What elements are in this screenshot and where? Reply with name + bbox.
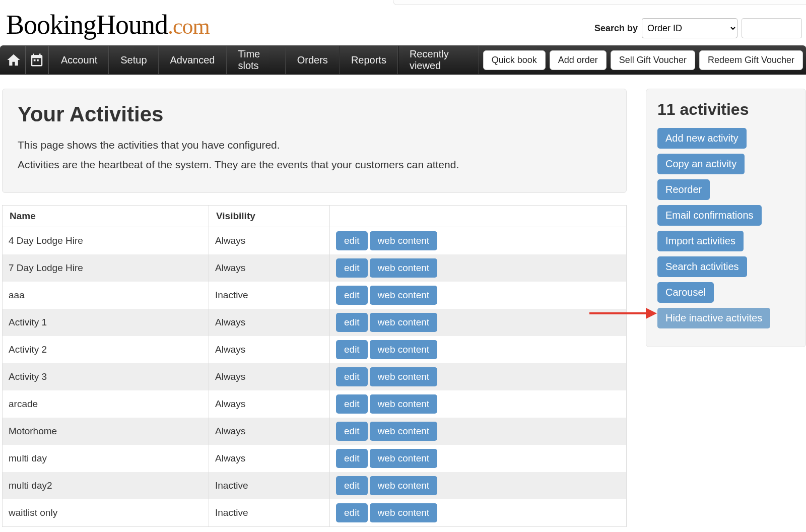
- cell-actions: editweb content: [330, 309, 627, 336]
- main-nav: AccountSetupAdvancedTime slotsOrdersRepo…: [0, 45, 806, 75]
- web-content-button[interactable]: web content: [370, 313, 437, 332]
- cell-actions: editweb content: [330, 418, 627, 445]
- cell-actions: editweb content: [330, 499, 627, 527]
- web-content-button[interactable]: web content: [370, 449, 437, 468]
- table-row: Activity 2Alwayseditweb content: [3, 336, 627, 363]
- page-desc-2: Activities are the heartbeat of the syst…: [18, 157, 611, 172]
- cell-actions: editweb content: [330, 472, 627, 499]
- search-bar: Search by Order ID: [594, 18, 802, 40]
- nav-item-advanced[interactable]: Advanced: [159, 46, 227, 74]
- nav-action-quick-book[interactable]: Quick book: [483, 50, 546, 70]
- nav-item-orders[interactable]: Orders: [286, 46, 340, 74]
- nav-action-redeem-gift-voucher[interactable]: Redeem Gift Voucher: [699, 50, 803, 70]
- edit-button[interactable]: edit: [336, 476, 368, 495]
- table-row: arcadeAlwayseditweb content: [3, 390, 627, 418]
- cell-visibility: Always: [209, 363, 330, 390]
- cell-name: Activity 2: [3, 336, 209, 363]
- nav-item-recently-viewed[interactable]: Recently viewed: [398, 46, 479, 74]
- activities-table: Name Visibility 4 Day Lodge HireAlwaysed…: [2, 205, 627, 527]
- web-content-button[interactable]: web content: [370, 394, 437, 414]
- side-btn-copy-an-activity[interactable]: Copy an activity: [657, 154, 745, 174]
- logo-brand: BookingHound: [6, 10, 168, 40]
- cell-actions: editweb content: [330, 282, 627, 309]
- cell-actions: editweb content: [330, 363, 627, 390]
- cell-visibility: Always: [209, 445, 330, 472]
- cell-visibility: Always: [209, 390, 330, 418]
- cell-visibility: Always: [209, 418, 330, 445]
- edit-button[interactable]: edit: [336, 503, 368, 522]
- content: Your Activities This page shows the acti…: [0, 75, 806, 527]
- web-content-button[interactable]: web content: [370, 258, 437, 278]
- cell-name: 4 Day Lodge Hire: [3, 227, 209, 254]
- web-content-button[interactable]: web content: [370, 367, 437, 386]
- edit-button[interactable]: edit: [336, 422, 368, 441]
- intro-panel: Your Activities This page shows the acti…: [2, 89, 627, 193]
- table-header-row: Name Visibility: [3, 205, 627, 227]
- nav-action-sell-gift-voucher[interactable]: Sell Gift Voucher: [611, 50, 695, 70]
- cell-name: arcade: [3, 390, 209, 418]
- edit-button[interactable]: edit: [336, 367, 368, 386]
- cell-actions: editweb content: [330, 336, 627, 363]
- cell-name: Activity 3: [3, 363, 209, 390]
- side-btn-email-confirmations[interactable]: Email confirmations: [657, 205, 762, 226]
- nav-item-setup[interactable]: Setup: [109, 46, 158, 74]
- web-content-button[interactable]: web content: [370, 286, 437, 305]
- search-input[interactable]: [742, 18, 802, 38]
- cell-name: 7 Day Lodge Hire: [3, 254, 209, 282]
- cell-actions: editweb content: [330, 390, 627, 418]
- cell-actions: editweb content: [330, 254, 627, 282]
- web-content-button[interactable]: web content: [370, 422, 437, 441]
- cell-name: Motorhome: [3, 418, 209, 445]
- edit-button[interactable]: edit: [336, 394, 368, 414]
- nav-item-account[interactable]: Account: [50, 46, 109, 74]
- top-shelf: [393, 0, 806, 5]
- col-header-visibility: Visibility: [209, 205, 330, 227]
- side-panel: 11 activities Add new activityCopy an ac…: [646, 89, 806, 347]
- web-content-button[interactable]: web content: [370, 503, 437, 522]
- search-by-select[interactable]: Order ID: [642, 18, 737, 38]
- table-row: Activity 3Alwayseditweb content: [3, 363, 627, 390]
- edit-button[interactable]: edit: [336, 231, 368, 250]
- search-label: Search by: [594, 23, 638, 34]
- table-row: 7 Day Lodge HireAlwayseditweb content: [3, 254, 627, 282]
- side-btn-reorder[interactable]: Reorder: [657, 179, 710, 200]
- table-row: multi dayAlwayseditweb content: [3, 445, 627, 472]
- table-row: multi day2Inactiveeditweb content: [3, 472, 627, 499]
- calendar-icon[interactable]: [27, 49, 48, 71]
- side-heading: 11 activities: [657, 100, 794, 119]
- side-btn-hide-inactive-activites[interactable]: Hide inactive activites: [657, 308, 770, 328]
- col-header-actions: [330, 205, 627, 227]
- nav-item-time-slots[interactable]: Time slots: [227, 46, 286, 74]
- nav-item-reports[interactable]: Reports: [340, 46, 398, 74]
- web-content-button[interactable]: web content: [370, 476, 437, 495]
- logo-suffix: .com: [168, 14, 210, 39]
- side-btn-import-activities[interactable]: Import activities: [657, 231, 744, 251]
- page-title: Your Activities: [18, 102, 611, 126]
- table-row: 4 Day Lodge HireAlwayseditweb content: [3, 227, 627, 254]
- nav-action-add-order[interactable]: Add order: [550, 50, 607, 70]
- cell-visibility: Inactive: [209, 472, 330, 499]
- side-btn-add-new-activity[interactable]: Add new activity: [657, 128, 747, 149]
- edit-button[interactable]: edit: [336, 258, 368, 278]
- main-column: Your Activities This page shows the acti…: [2, 89, 627, 527]
- edit-button[interactable]: edit: [336, 449, 368, 468]
- edit-button[interactable]: edit: [336, 340, 368, 359]
- side-btn-carousel[interactable]: Carousel: [657, 282, 714, 303]
- cell-visibility: Always: [209, 309, 330, 336]
- page-desc-1: This page shows the activities that you …: [18, 138, 611, 152]
- cell-name: waitlist only: [3, 499, 209, 527]
- home-icon[interactable]: [3, 49, 24, 71]
- cell-name: Activity 1: [3, 309, 209, 336]
- cell-visibility: Inactive: [209, 282, 330, 309]
- table-row: waitlist onlyInactiveeditweb content: [3, 499, 627, 527]
- cell-actions: editweb content: [330, 445, 627, 472]
- web-content-button[interactable]: web content: [370, 231, 437, 250]
- edit-button[interactable]: edit: [336, 313, 368, 332]
- cell-name: multi day2: [3, 472, 209, 499]
- cell-visibility: Always: [209, 227, 330, 254]
- table-row: Activity 1Alwayseditweb content: [3, 309, 627, 336]
- side-btn-search-activities[interactable]: Search activities: [657, 256, 747, 277]
- table-row: MotorhomeAlwayseditweb content: [3, 418, 627, 445]
- edit-button[interactable]: edit: [336, 286, 368, 305]
- web-content-button[interactable]: web content: [370, 340, 437, 359]
